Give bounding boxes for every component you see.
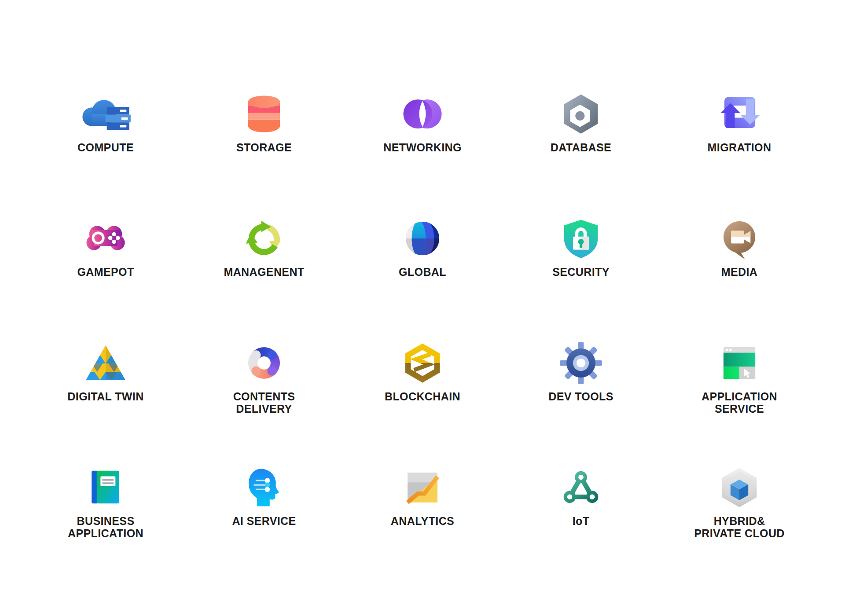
head-circuit-icon xyxy=(242,457,287,510)
service-label: ANALYTICS xyxy=(391,515,454,528)
service-item-networking[interactable]: NETWORKING xyxy=(343,84,502,208)
service-item-global[interactable]: GLOBAL xyxy=(343,208,502,333)
service-item-contents-delivery[interactable]: CONTENTS DELIVERY xyxy=(185,333,343,457)
database-cylinder-icon xyxy=(242,84,287,136)
service-label: AI SERVICE xyxy=(232,515,296,528)
service-label: CONTENTS DELIVERY xyxy=(233,391,295,415)
service-item-security[interactable]: SECURITY xyxy=(502,208,660,333)
service-item-managenent[interactable]: MANAGENENT xyxy=(185,208,343,333)
service-label: BUSINESS APPLICATION xyxy=(68,515,143,539)
video-chat-bubble-icon xyxy=(717,208,762,261)
service-item-ai-service[interactable]: AI SERVICE xyxy=(185,457,343,582)
service-item-blockchain[interactable]: BLOCKCHAIN xyxy=(343,333,502,457)
sync-arrows-icon xyxy=(717,84,762,136)
service-item-media[interactable]: MEDIA xyxy=(660,208,819,333)
gamepad-icon xyxy=(83,208,128,261)
hexagon-nut-icon xyxy=(558,84,603,136)
service-label: DATABASE xyxy=(551,142,611,154)
service-label: MIGRATION xyxy=(708,142,772,154)
service-item-analytics[interactable]: ANALYTICS xyxy=(343,457,502,582)
pinwheel-donut-icon xyxy=(242,333,287,385)
service-label: IoT xyxy=(573,515,590,528)
service-item-application-service[interactable]: APPLICATION SERVICE xyxy=(660,333,819,457)
service-label: APPLICATION SERVICE xyxy=(702,391,777,415)
service-item-gamepot[interactable]: GAMEPOT xyxy=(26,208,185,333)
globe-icon xyxy=(400,208,445,261)
service-label: MEDIA xyxy=(721,266,758,279)
service-item-business-application[interactable]: BUSINESS APPLICATION xyxy=(26,457,185,582)
service-item-compute[interactable]: COMPUTE xyxy=(26,84,185,208)
browser-window-icon xyxy=(717,333,762,385)
pyramid-icon xyxy=(83,333,128,385)
service-label: GLOBAL xyxy=(399,266,446,279)
cloud-server-icon xyxy=(80,84,132,136)
service-item-storage[interactable]: STORAGE xyxy=(185,84,343,208)
service-item-database[interactable]: DATABASE xyxy=(502,84,660,208)
service-label: STORAGE xyxy=(236,142,292,154)
service-item-migration[interactable]: MIGRATION xyxy=(660,84,819,208)
service-label: DIGITAL TWIN xyxy=(67,391,143,403)
service-item-hybrid-private-cloud[interactable]: HYBRID& PRIVATE CLOUD xyxy=(660,457,819,582)
notebook-icon xyxy=(83,457,128,510)
hexagon-cube-icon xyxy=(717,457,762,510)
recycle-arrows-icon xyxy=(242,208,287,261)
services-grid: COMPUTE STORAGE xyxy=(26,0,819,582)
service-item-iot[interactable]: IoT xyxy=(502,457,660,582)
service-label: COMPUTE xyxy=(77,142,134,154)
service-label: HYBRID& PRIVATE CLOUD xyxy=(694,515,785,539)
service-item-dev-tools[interactable]: DEV TOOLS xyxy=(502,333,660,457)
service-label: NETWORKING xyxy=(383,142,462,154)
service-item-digital-twin[interactable]: DIGITAL TWIN xyxy=(26,333,185,457)
service-label: SECURITY xyxy=(552,266,610,279)
node-network-icon xyxy=(558,457,603,510)
double-ring-icon xyxy=(400,84,445,136)
hexagon-s-icon xyxy=(400,333,445,385)
chart-growth-icon xyxy=(400,457,445,510)
service-label: GAMEPOT xyxy=(77,266,134,279)
shield-lock-icon xyxy=(558,208,603,261)
service-label: MANAGENENT xyxy=(224,266,304,279)
service-label: DEV TOOLS xyxy=(548,391,614,403)
service-label: BLOCKCHAIN xyxy=(385,391,460,403)
gear-icon xyxy=(558,333,603,385)
